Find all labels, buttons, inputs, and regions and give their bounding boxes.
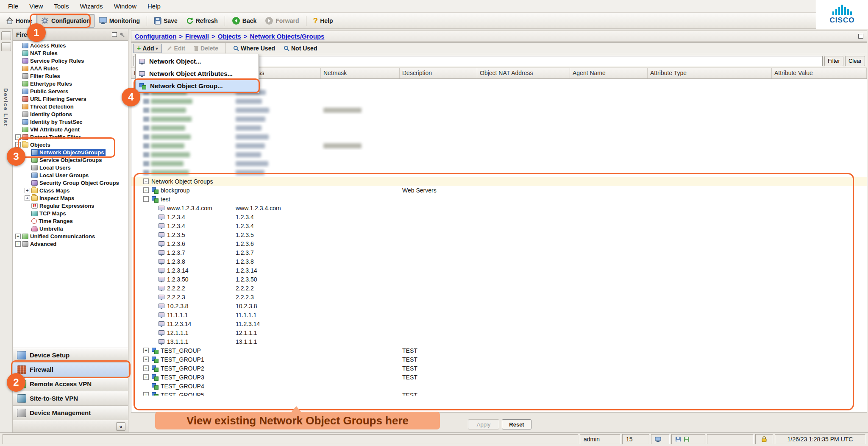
table-row-redacted[interactable] bbox=[131, 106, 867, 114]
tree-item-network-objects-groups[interactable]: Network Objects/Groups bbox=[13, 148, 128, 156]
filter-button[interactable]: Filter bbox=[824, 56, 843, 66]
not-used-button[interactable]: Not Used bbox=[280, 44, 321, 53]
menu-item-network-object[interactable]: Network Object... bbox=[136, 55, 259, 67]
column-header-netmask[interactable]: Netmask bbox=[321, 68, 400, 78]
table-row[interactable]: 10.2.3.810.2.3.8 bbox=[131, 301, 867, 310]
tree-item-filter-rules[interactable]: Filter Rules bbox=[13, 72, 128, 80]
back-button[interactable]: Back bbox=[228, 14, 261, 28]
nav-collapse-button[interactable]: » bbox=[116, 422, 125, 431]
table-row[interactable]: +TEST_GROUP2TEST bbox=[131, 364, 867, 373]
expand-icon[interactable]: + bbox=[15, 234, 21, 239]
tree-item-botnet-traffic-filter[interactable]: +Botnet Traffic Filter bbox=[13, 133, 128, 141]
configuration-button[interactable]: Configuration bbox=[36, 14, 95, 28]
forward-button[interactable]: Forward bbox=[261, 14, 303, 28]
tree-item-identity-options[interactable]: Identity Options bbox=[13, 110, 128, 118]
nav-device-setup[interactable]: Device Setup bbox=[13, 348, 128, 362]
device-list-pin-button[interactable] bbox=[1, 42, 11, 51]
table-row[interactable]: 2.2.2.32.2.2.3 bbox=[131, 293, 867, 301]
table-row[interactable]: +TEST_GROUPTEST bbox=[131, 346, 867, 355]
tree-item-public-servers[interactable]: Public Servers bbox=[13, 87, 128, 95]
expand-icon[interactable]: + bbox=[143, 187, 149, 193]
table-row[interactable]: 1.2.3.51.2.3.5 bbox=[131, 230, 867, 239]
expand-icon[interactable]: + bbox=[143, 357, 149, 362]
table-row[interactable]: 1.2.3.41.2.3.4 bbox=[131, 212, 867, 221]
table-row[interactable]: 1.2.3.61.2.3.6 bbox=[131, 239, 867, 248]
nav-device-management[interactable]: Device Management bbox=[13, 405, 128, 420]
table-row-redacted[interactable] bbox=[131, 132, 867, 141]
collapse-icon[interactable]: − bbox=[143, 196, 149, 202]
add-button[interactable]: + Add ▾ bbox=[133, 44, 162, 53]
home-button[interactable]: Home bbox=[2, 14, 36, 27]
menu-item-view[interactable]: View bbox=[24, 0, 48, 13]
table-row[interactable]: www.1.2.3.4.comwww.1.2.3.4.com bbox=[131, 203, 867, 212]
tree-item-objects[interactable]: −Objects bbox=[13, 141, 128, 148]
monitoring-button[interactable]: Monitoring bbox=[95, 14, 144, 27]
table-row[interactable]: 13.1.1.113.1.1.1 bbox=[131, 337, 867, 346]
menu-item-help[interactable]: Help bbox=[142, 0, 166, 13]
tree-item-access-rules[interactable]: Access Rules bbox=[13, 42, 128, 49]
expand-icon[interactable]: + bbox=[143, 365, 149, 371]
menu-item-network-object-group[interactable]: Network Object Group... bbox=[136, 80, 259, 92]
column-header-attribute-value[interactable]: Attribute Value bbox=[772, 68, 867, 78]
apply-button[interactable]: Apply bbox=[468, 419, 499, 429]
menu-item-network-object-attributes[interactable]: Network Object Attributes... bbox=[136, 67, 259, 80]
table-row[interactable]: 11.1.1.111.1.1.1 bbox=[131, 310, 867, 319]
expand-icon[interactable]: + bbox=[25, 195, 30, 201]
collapse-icon[interactable]: − bbox=[143, 178, 149, 184]
tree-item-service-policy-rules[interactable]: Service Policy Rules bbox=[13, 57, 128, 64]
tree-item-security-group-object-groups[interactable]: Security Group Object Groups bbox=[13, 179, 128, 187]
tree-item-regular-expressions[interactable]: RRegular Expressions bbox=[13, 202, 128, 209]
tree-item-local-user-groups[interactable]: Local User Groups bbox=[13, 171, 128, 179]
table-row-redacted[interactable] bbox=[131, 123, 867, 132]
tree-item-advanced[interactable]: +Advanced bbox=[13, 240, 128, 248]
tree-item-local-users[interactable]: Local Users bbox=[13, 164, 128, 171]
breadcrumb-configuration[interactable]: Configuration bbox=[135, 33, 176, 40]
device-list-expand-button[interactable] bbox=[1, 31, 11, 40]
tree-item-inspect-maps[interactable]: +Inspect Maps bbox=[13, 194, 128, 202]
table-row-redacted[interactable] bbox=[131, 168, 867, 177]
expand-icon[interactable]: + bbox=[15, 241, 21, 247]
table-row-redacted[interactable] bbox=[131, 97, 867, 106]
tree-item-unified-communications[interactable]: +Unified Communications bbox=[13, 232, 128, 240]
breadcrumb-objects[interactable]: Objects bbox=[218, 33, 241, 40]
expand-icon[interactable]: + bbox=[143, 348, 149, 353]
breadcrumb-network-objects-groups[interactable]: Network Objects/Groups bbox=[250, 33, 325, 40]
tree-item-nat-rules[interactable]: NAT Rules bbox=[13, 49, 128, 57]
menu-item-wizards[interactable]: Wizards bbox=[74, 0, 108, 13]
column-header-agent-name[interactable]: Agent Name bbox=[570, 68, 648, 78]
table-row[interactable]: 11.2.3.1411.2.3.14 bbox=[131, 319, 867, 328]
tree-item-vm-attribute-agent[interactable]: VM Attribute Agent bbox=[13, 125, 128, 133]
table-row[interactable]: 1.2.3.41.2.3.4 bbox=[131, 221, 867, 230]
column-header-attribute-type[interactable]: Attribute Type bbox=[648, 68, 772, 78]
table-row-redacted[interactable] bbox=[131, 141, 867, 150]
table-row[interactable]: 12.1.1.112.1.1.1 bbox=[131, 328, 867, 337]
refresh-button[interactable]: Refresh bbox=[182, 14, 222, 27]
collapse-icon[interactable]: − bbox=[15, 142, 21, 148]
table-row[interactable]: +TEST_GROUP1TEST bbox=[131, 355, 867, 364]
expand-icon[interactable]: + bbox=[143, 392, 149, 396]
help-button[interactable]: ? Help bbox=[309, 14, 337, 28]
table-group-header[interactable]: −Network Object Groups bbox=[131, 177, 867, 186]
maximize-icon[interactable] bbox=[858, 34, 863, 39]
tree-item-service-objects-groups[interactable]: Service Objects/Groups bbox=[13, 156, 128, 164]
reset-button[interactable]: Reset bbox=[502, 419, 531, 429]
table-row[interactable]: TEST_GROUP4 bbox=[131, 382, 867, 390]
menu-item-tools[interactable]: Tools bbox=[48, 0, 74, 13]
column-header-object-nat-address[interactable]: Object NAT Address bbox=[477, 68, 570, 78]
table-row-redacted[interactable] bbox=[131, 114, 867, 123]
nav-firewall[interactable]: Firewall bbox=[13, 362, 128, 376]
expand-icon[interactable]: + bbox=[15, 134, 21, 140]
nav-site-to-site-vpn[interactable]: Site-to-Site VPN bbox=[13, 391, 128, 405]
menu-item-file[interactable]: File bbox=[3, 0, 24, 13]
tree-item-umbrella[interactable]: Umbrella bbox=[13, 225, 128, 232]
tree-item-ethertype-rules[interactable]: Ethertype Rules bbox=[13, 80, 128, 87]
save-button[interactable]: Save bbox=[150, 14, 182, 27]
tree-item-time-ranges[interactable]: Time Ranges bbox=[13, 217, 128, 225]
tree-item-url-filtering-servers[interactable]: URL Filtering Servers bbox=[13, 95, 128, 103]
table-row[interactable]: 1.2.3.71.2.3.7 bbox=[131, 248, 867, 257]
clear-button[interactable]: Clear bbox=[845, 56, 865, 66]
expand-icon[interactable]: + bbox=[25, 188, 30, 193]
tree-item-aaa-rules[interactable]: AAA Rules bbox=[13, 64, 128, 72]
table-row[interactable]: −test bbox=[131, 195, 867, 203]
tree-item-threat-detection[interactable]: Threat Detection bbox=[13, 103, 128, 110]
